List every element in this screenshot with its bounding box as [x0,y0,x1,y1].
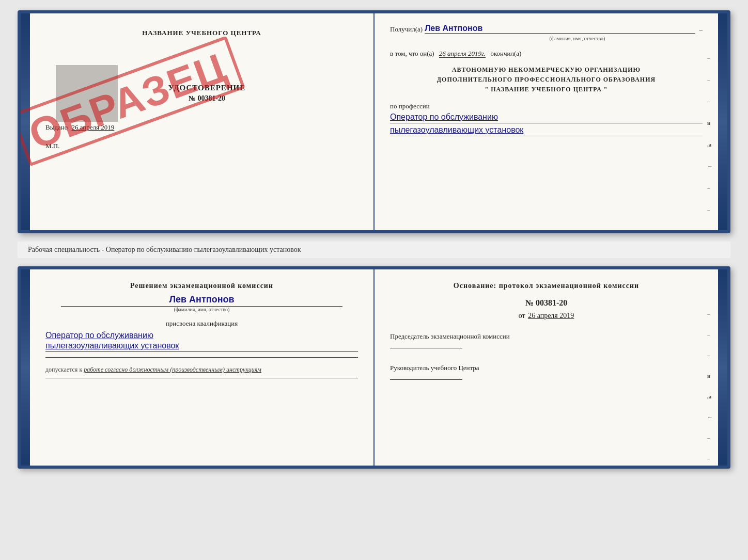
side-mark-3: – [707,98,713,104]
completed-date: 26 апреля 2019г. [439,50,486,58]
qual-underline1 [45,351,358,352]
received-line: Получил(а) Лев Антпонов – [390,24,703,34]
director-signature: Руководитель учебного Центра [390,364,703,380]
profession-line1: Оператор по обслуживанию [390,111,703,123]
side-mark-1: – [707,55,713,61]
director-sig-line [390,379,462,380]
side-mark2-2: – [707,331,713,338]
qual-right-page: Основание: протокол экзаменационной коми… [375,269,718,466]
bottom-qual-book: Решением экзаменационной комиссии Лев Ан… [18,266,730,469]
qual-spine-left [21,269,30,466]
protocol-number: № 00381-20 [390,298,703,308]
right-side-marks2: – – – и ,а ← – – – [707,311,713,469]
profession-line2: пылегазоулавливающих установок [390,124,703,136]
qual-prof-line1: Оператор по обслуживанию [45,331,358,340]
org-line1: АВТОНОМНУЮ НЕКОММЕРЧЕСКУЮ ОРГАНИЗАЦИЮ [390,65,703,75]
basis-text: Основание: протокол экзаменационной коми… [390,282,703,290]
mp-label: М.П. [45,142,358,150]
completed-line: в том, что он(а) 26 апреля 2019г. окончи… [390,50,703,58]
decision-fio-hint: (фамилия, имя, отчество) [61,306,342,312]
photo-placeholder [56,65,118,122]
qual-underline3 [45,378,358,378]
side-mark-4: и [707,120,713,126]
side-mark2-8: – [707,455,713,461]
org-block: АВТОНОМНУЮ НЕКОММЕРЧЕСКУЮ ОРГАНИЗАЦИЮ ДО… [390,65,703,95]
issued-date: 26 апреля 2019 [72,123,115,131]
protocol-date: от 26 апреля 2019 [390,312,703,320]
admitted-label: допускается к [45,366,82,373]
qual-left-page: Решением экзаменационной комиссии Лев Ан… [30,269,375,466]
admitted-block: допускается к работе согласно должностны… [45,366,358,374]
decision-text: Решением экзаменационной комиссии [45,282,358,290]
director-label: Руководитель учебного Центра [390,364,703,372]
side-mark2-6: ← [707,414,713,420]
chair-signature: Председатель экзаменационной комиссии [390,332,703,348]
date-prefix: от [519,312,525,319]
date-value: 26 апреля 2019 [528,312,574,319]
qual-assigned: присвоена квалификация [45,319,358,328]
received-label: Получил(а) [390,25,423,34]
profession-label: по профессии [390,102,703,110]
fio-hint: (фамилия, имя, отчество) [390,36,703,41]
right-side-marks: – – – и ,а ← – – [707,55,713,213]
qual-prof-line2: пылегазоулавливающих установок [45,341,358,350]
side-mark-6: ← [707,163,713,169]
side-mark2-4: и [707,373,713,379]
admitted-value: работе согласно должностным (производств… [84,366,261,373]
book-spine-left [21,13,30,230]
dash: – [699,25,703,34]
side-mark-8: – [707,206,713,213]
side-mark2-1: – [707,311,713,317]
side-mark2-5: ,а [707,393,713,399]
received-name: Лев Антпонов [425,24,695,34]
qual-underline2 [45,357,358,358]
qual-spine-right [718,269,727,466]
subtitle-bar: Рабочая специальность - Оператор по обсл… [18,242,730,258]
side-mark-2: – [707,76,713,83]
chair-sig-line [390,348,462,348]
side-mark2-7: – [707,435,713,441]
completed-prefix: в том, что он(а) [390,50,434,57]
document-container: НАЗВАНИЕ УЧЕБНОГО ЦЕНТРА УДОСТОВЕРЕНИЕ №… [18,10,730,469]
top-certificate-book: НАЗВАНИЕ УЧЕБНОГО ЦЕНТРА УДОСТОВЕРЕНИЕ №… [18,10,730,233]
side-mark-7: – [707,185,713,191]
right-page: Получил(а) Лев Антпонов – (фамилия, имя,… [375,13,718,230]
book-spine-right [718,13,727,230]
org-line3: " НАЗВАНИЕ УЧЕБНОГО ЦЕНТРА " [390,85,703,94]
subtitle-text: Рабочая специальность - Оператор по обсл… [28,246,301,253]
chair-label: Председатель экзаменационной комиссии [390,332,703,341]
decision-name: Лев Антпонов [45,294,358,305]
side-mark2-3: – [707,352,713,358]
completed-suffix: окончил(а) [490,50,521,57]
side-mark-5: ,а [707,141,713,148]
cert-issued: Выдано 26 апреля 2019 [45,123,358,132]
cert-school-name: НАЗВАНИЕ УЧЕБНОГО ЦЕНТРА [45,29,358,37]
org-line2: ДОПОЛНИТЕЛЬНОГО ПРОФЕССИОНАЛЬНОГО ОБРАЗО… [390,75,703,85]
left-page: НАЗВАНИЕ УЧЕБНОГО ЦЕНТРА УДОСТОВЕРЕНИЕ №… [30,13,375,230]
